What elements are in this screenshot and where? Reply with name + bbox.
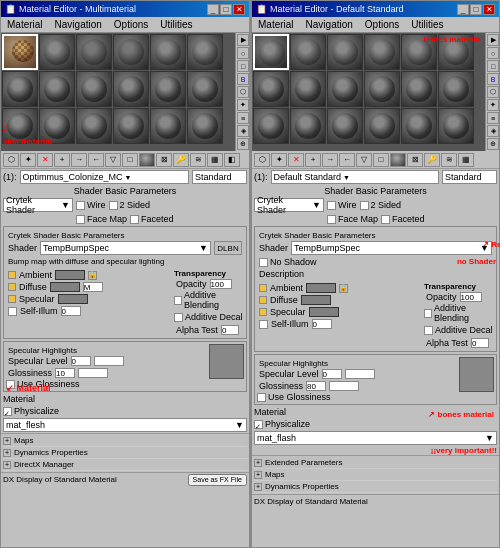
left-facemap-check[interactable]: Face Map	[76, 214, 127, 224]
right-sphere-cell-7[interactable]	[253, 71, 289, 107]
left-selfillum-checkbox[interactable]	[8, 307, 17, 316]
sphere-cell-12[interactable]	[187, 71, 223, 107]
right-tb-10[interactable]: ⊠	[407, 153, 423, 167]
left-phys-check[interactable]: Physicalize	[3, 406, 59, 416]
right-phys-check[interactable]: Physicalize	[254, 419, 310, 429]
left-diffuse-color[interactable]	[8, 283, 16, 291]
sphere-cell-3[interactable]	[76, 34, 112, 70]
right-sphere-cell-9[interactable]	[327, 71, 363, 107]
left-faceted-check[interactable]: Faceted	[130, 214, 174, 224]
right-adddecal-check[interactable]: Additive Decal	[424, 325, 494, 335]
right-sphere-cell-6[interactable]	[438, 34, 474, 70]
right-shader-dropdown[interactable]: Crytek Shader▼	[254, 198, 324, 212]
right-sphere-cell-12[interactable]	[438, 71, 474, 107]
right-tb-4[interactable]: +	[305, 153, 321, 167]
left-menu-utilities[interactable]: Utilities	[158, 19, 194, 30]
right-alphatest-input[interactable]	[471, 338, 489, 348]
left-close-btn[interactable]: ✕	[233, 4, 245, 15]
sphere-cell-16[interactable]	[113, 108, 149, 144]
right-tb-5[interactable]: →	[322, 153, 338, 167]
left-side-btn-1[interactable]: ▶	[237, 34, 249, 46]
left-direct-expand[interactable]: +	[3, 461, 11, 469]
right-sphere-cell-15[interactable]	[327, 108, 363, 144]
right-tb-12[interactable]: ≋	[441, 153, 457, 167]
sphere-cell-15[interactable]	[76, 108, 112, 144]
right-side-btn-5[interactable]: ⬡	[487, 86, 499, 98]
left-tb-4[interactable]: +	[54, 153, 70, 167]
left-tb-3[interactable]: ✕	[37, 153, 53, 167]
left-speclevel-slider[interactable]	[94, 356, 124, 366]
sphere-cell-8[interactable]	[39, 71, 75, 107]
left-tb-13[interactable]: ▦	[207, 153, 223, 167]
right-menu-navigation[interactable]: Navigation	[304, 19, 355, 30]
right-faceted-check[interactable]: Faceted	[381, 214, 425, 224]
right-extended-expand[interactable]: +	[254, 459, 262, 467]
right-side-btn-3[interactable]: □	[487, 60, 499, 72]
right-tb-7[interactable]: ▽	[356, 153, 372, 167]
sphere-cell-2[interactable]	[39, 34, 75, 70]
right-tb-9[interactable]	[390, 153, 406, 167]
left-menu-material[interactable]: Material	[5, 19, 45, 30]
right-noshadow-check[interactable]: No Shadow	[259, 257, 317, 267]
left-opacity-input[interactable]	[210, 279, 232, 289]
left-wire-checkbox[interactable]	[76, 201, 85, 210]
right-tb-6[interactable]: ←	[339, 153, 355, 167]
right-diffuse-color[interactable]	[259, 296, 267, 304]
left-side-btn-7[interactable]: ≡	[237, 112, 249, 124]
right-noshadow-checkbox[interactable]	[259, 258, 268, 267]
right-side-btn-7[interactable]: ≡	[487, 112, 499, 124]
right-specular-color[interactable]	[259, 308, 267, 316]
left-adddecal-check[interactable]: Additive Decal	[174, 312, 244, 322]
left-tb-1[interactable]: ⬡	[3, 153, 19, 167]
right-specular-swatch[interactable]	[309, 307, 339, 317]
left-selfillum-input[interactable]	[61, 306, 81, 316]
left-side-btn-6[interactable]: ✦	[237, 99, 249, 111]
right-faceted-checkbox[interactable]	[381, 215, 390, 224]
left-diffuse-m[interactable]	[83, 282, 103, 292]
right-side-btn-2[interactable]: ○	[487, 47, 499, 59]
right-dynamics-expand[interactable]: +	[254, 483, 262, 491]
left-tb-9[interactable]	[139, 153, 155, 167]
right-side-btn-1[interactable]: ▶	[487, 34, 499, 46]
left-side-btn-8[interactable]: ◈	[237, 125, 249, 137]
right-wire-check[interactable]: Wire	[327, 200, 357, 210]
right-speclevel-input[interactable]	[322, 369, 342, 379]
left-addblend-checkbox[interactable]	[174, 296, 182, 305]
right-maximize-btn[interactable]: □	[470, 4, 482, 15]
left-tb-12[interactable]: ≋	[190, 153, 206, 167]
left-ambient-swatch[interactable]	[55, 270, 85, 280]
left-dlbn-btn[interactable]: DLBN	[214, 241, 242, 255]
right-tb-3[interactable]: ✕	[288, 153, 304, 167]
right-adddecal-checkbox[interactable]	[424, 326, 433, 335]
right-selfillum-checkbox[interactable]	[259, 320, 268, 329]
right-tb-1[interactable]: ⬡	[254, 153, 270, 167]
right-sphere-cell-16[interactable]	[364, 108, 400, 144]
right-sphere-cell-11[interactable]	[401, 71, 437, 107]
right-shader-field-dropdown[interactable]: TempBumpSpec ↗ Required ▼	[291, 241, 492, 255]
right-sphere-cell-17[interactable]	[401, 108, 437, 144]
sphere-cell-6[interactable]	[187, 34, 223, 70]
right-sided-check[interactable]: 2 Sided	[360, 200, 402, 210]
left-glossiness-slider[interactable]	[78, 368, 108, 378]
right-ambient-color[interactable]	[259, 284, 267, 292]
right-usegloss-checkbox[interactable]	[257, 393, 266, 402]
right-opacity-input[interactable]	[460, 292, 482, 302]
left-faceted-checkbox[interactable]	[130, 215, 139, 224]
right-close-btn[interactable]: ✕	[483, 4, 495, 15]
left-phys-checkbox[interactable]	[3, 407, 12, 416]
right-glossiness-slider[interactable]	[329, 381, 359, 391]
left-side-btn-9[interactable]: ⊕	[237, 138, 249, 150]
right-menu-material[interactable]: Material	[256, 19, 296, 30]
left-side-btn-3[interactable]: □	[237, 60, 249, 72]
left-shader-field-dropdown[interactable]: TempBumpSpec▼	[40, 241, 211, 255]
right-sphere-cell-4[interactable]	[364, 34, 400, 70]
right-sphere-cell-8[interactable]	[290, 71, 326, 107]
left-adddecal-checkbox[interactable]	[174, 313, 183, 322]
right-sphere-cell-10[interactable]	[364, 71, 400, 107]
right-sphere-cell-13[interactable]	[253, 108, 289, 144]
right-side-btn-6[interactable]: ✦	[487, 99, 499, 111]
sphere-cell-10[interactable]	[113, 71, 149, 107]
right-material-type-input[interactable]: Standard	[442, 170, 497, 184]
right-usegloss-check[interactable]: Use Glossiness	[257, 392, 456, 402]
left-tb-6[interactable]: ←	[88, 153, 104, 167]
